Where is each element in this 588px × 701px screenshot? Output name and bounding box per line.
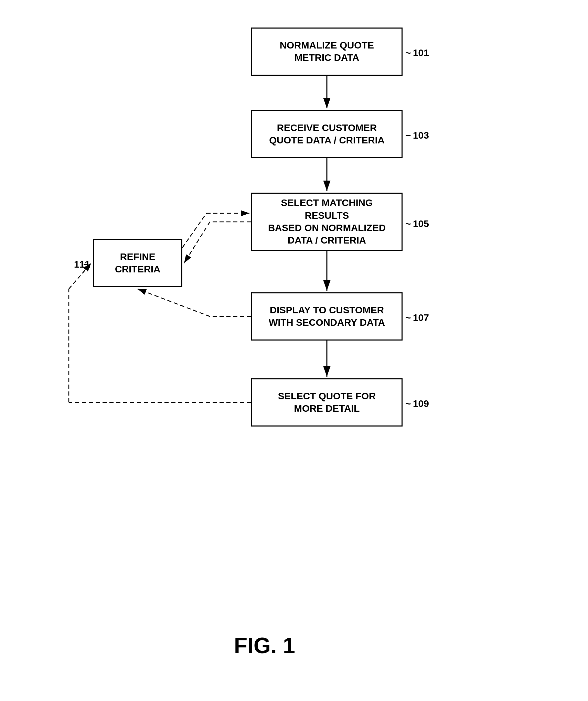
box-105-text: SELECT MATCHING RESULTS BASED ON NORMALI… — [259, 197, 395, 247]
box-display-to-customer: DISPLAY TO CUSTOMER WITH SECONDARY DATA — [251, 292, 403, 341]
box-receive-customer-quote: RECEIVE CUSTOMER QUOTE DATA / CRITERIA — [251, 110, 403, 158]
label-105: 105 — [413, 218, 429, 229]
box-103-text: RECEIVE CUSTOMER QUOTE DATA / CRITERIA — [269, 122, 384, 147]
box-107-text: DISPLAY TO CUSTOMER WITH SECONDARY DATA — [269, 304, 385, 329]
box-select-matching-results: SELECT MATCHING RESULTS BASED ON NORMALI… — [251, 193, 403, 251]
box-select-quote: SELECT QUOTE FOR MORE DETAIL — [251, 378, 403, 427]
box-101-text: NORMALIZE QUOTE METRIC DATA — [280, 39, 374, 64]
figure-label: FIG. 1 — [234, 633, 295, 658]
box-111-text: REFINE CRITERIA — [115, 251, 160, 276]
svg-line-9 — [138, 289, 210, 316]
diagram-container: NORMALIZE QUOTE METRIC DATA 101 ~ RECEIV… — [0, 0, 588, 701]
label-103: 103 — [413, 130, 429, 141]
label-107: 107 — [413, 312, 429, 323]
svg-line-13 — [182, 213, 206, 248]
box-109-text: SELECT QUOTE FOR MORE DETAIL — [278, 390, 376, 415]
box-refine-criteria: REFINE CRITERIA — [93, 239, 182, 287]
box-normalize-quote: NORMALIZE QUOTE METRIC DATA — [251, 28, 403, 76]
svg-line-7 — [184, 222, 210, 263]
label-109: 109 — [413, 398, 429, 409]
arrows-svg — [0, 0, 588, 701]
label-101: 101 — [413, 47, 429, 58]
